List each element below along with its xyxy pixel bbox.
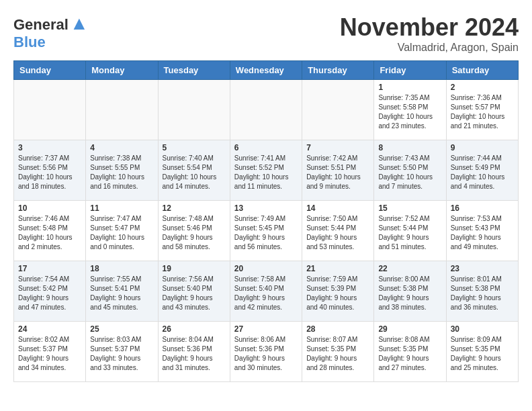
calendar-day-cell: 9Sunrise: 7:44 AM Sunset: 5:49 PM Daylig… [446,140,518,201]
calendar-day-cell: 3Sunrise: 7:37 AM Sunset: 5:56 PM Daylig… [14,140,86,201]
day-number: 25 [90,324,153,334]
day-number: 27 [234,324,298,334]
calendar-day-cell [158,80,230,140]
weekday-header: Monday [86,61,158,80]
day-info: Sunrise: 7:56 AM Sunset: 5:40 PM Dayligh… [163,275,226,312]
day-number: 10 [18,203,81,213]
calendar-day-cell: 12Sunrise: 7:48 AM Sunset: 5:46 PM Dayli… [158,201,230,261]
day-info: Sunrise: 7:46 AM Sunset: 5:48 PM Dayligh… [18,214,81,252]
day-number: 8 [378,143,441,152]
day-number: 14 [306,203,369,213]
day-info: Sunrise: 8:01 AM Sunset: 5:38 PM Dayligh… [451,275,514,312]
day-info: Sunrise: 8:03 AM Sunset: 5:37 PM Dayligh… [90,335,153,373]
day-number: 7 [306,143,369,152]
day-number: 17 [18,264,81,273]
day-info: Sunrise: 7:59 AM Sunset: 5:39 PM Dayligh… [306,275,369,312]
day-number: 2 [451,83,514,92]
calendar-day-cell [302,80,374,140]
calendar-day-cell: 15Sunrise: 7:52 AM Sunset: 5:44 PM Dayli… [374,201,446,261]
calendar-day-cell: 7Sunrise: 7:42 AM Sunset: 5:51 PM Daylig… [302,140,374,201]
calendar-day-cell: 4Sunrise: 7:38 AM Sunset: 5:55 PM Daylig… [86,140,158,201]
day-number: 19 [163,264,226,273]
day-info: Sunrise: 8:00 AM Sunset: 5:38 PM Dayligh… [378,275,441,312]
day-number: 23 [451,264,514,273]
logo-blue: Blue [13,34,89,50]
calendar-week-row: 1Sunrise: 7:35 AM Sunset: 5:58 PM Daylig… [14,80,519,140]
day-number: 3 [18,143,81,152]
calendar-day-cell: 21Sunrise: 7:59 AM Sunset: 5:39 PM Dayli… [302,261,374,322]
day-info: Sunrise: 7:42 AM Sunset: 5:51 PM Dayligh… [306,154,369,191]
day-info: Sunrise: 7:52 AM Sunset: 5:44 PM Dayligh… [378,214,441,252]
day-number: 29 [378,324,441,334]
day-info: Sunrise: 7:58 AM Sunset: 5:40 PM Dayligh… [234,275,298,312]
day-number: 30 [451,324,514,334]
day-info: Sunrise: 7:41 AM Sunset: 5:52 PM Dayligh… [234,154,298,191]
calendar-day-cell: 29Sunrise: 8:08 AM Sunset: 5:35 PM Dayli… [374,322,446,382]
calendar-day-cell: 1Sunrise: 7:35 AM Sunset: 5:58 PM Daylig… [374,80,446,140]
calendar-day-cell: 18Sunrise: 7:55 AM Sunset: 5:41 PM Dayli… [86,261,158,322]
day-number: 1 [378,83,441,92]
calendar-week-row: 24Sunrise: 8:02 AM Sunset: 5:37 PM Dayli… [14,322,519,382]
calendar-day-cell: 17Sunrise: 7:54 AM Sunset: 5:42 PM Dayli… [14,261,86,322]
calendar-week-row: 17Sunrise: 7:54 AM Sunset: 5:42 PM Dayli… [14,261,519,322]
calendar-day-cell [230,80,302,140]
calendar-day-cell: 26Sunrise: 8:04 AM Sunset: 5:36 PM Dayli… [158,322,230,382]
calendar-day-cell: 5Sunrise: 7:40 AM Sunset: 5:54 PM Daylig… [158,140,230,201]
calendar-day-cell: 13Sunrise: 7:49 AM Sunset: 5:45 PM Dayli… [230,201,302,261]
day-info: Sunrise: 7:38 AM Sunset: 5:55 PM Dayligh… [90,154,153,191]
calendar-week-row: 3Sunrise: 7:37 AM Sunset: 5:56 PM Daylig… [14,140,519,201]
calendar-day-cell: 30Sunrise: 8:09 AM Sunset: 5:35 PM Dayli… [446,322,518,382]
calendar-subtitle: Valmadrid, Aragon, Spain [340,42,519,54]
day-info: Sunrise: 7:40 AM Sunset: 5:54 PM Dayligh… [163,154,226,191]
day-number: 21 [306,264,369,273]
calendar-day-cell: 28Sunrise: 8:07 AM Sunset: 5:35 PM Dayli… [302,322,374,382]
calendar-day-cell: 8Sunrise: 7:43 AM Sunset: 5:50 PM Daylig… [374,140,446,201]
day-info: Sunrise: 7:53 AM Sunset: 5:43 PM Dayligh… [451,214,514,252]
day-info: Sunrise: 7:44 AM Sunset: 5:49 PM Dayligh… [451,154,514,191]
calendar-day-cell: 2Sunrise: 7:36 AM Sunset: 5:57 PM Daylig… [446,80,518,140]
page-header: General▲ Blue November 2024 Valmadrid, A… [13,13,519,54]
calendar-day-cell: 10Sunrise: 7:46 AM Sunset: 5:48 PM Dayli… [14,201,86,261]
day-number: 11 [90,203,153,213]
day-number: 26 [163,324,226,334]
weekday-header: Wednesday [230,61,302,80]
day-info: Sunrise: 8:04 AM Sunset: 5:36 PM Dayligh… [163,335,226,373]
day-info: Sunrise: 8:08 AM Sunset: 5:35 PM Dayligh… [378,335,441,373]
logo-general: General [13,16,69,33]
day-info: Sunrise: 8:06 AM Sunset: 5:36 PM Dayligh… [234,335,298,373]
day-info: Sunrise: 7:55 AM Sunset: 5:41 PM Dayligh… [90,275,153,312]
weekday-header: Sunday [14,61,86,80]
calendar-header-row: SundayMondayTuesdayWednesdayThursdayFrid… [14,61,519,80]
day-number: 15 [378,203,441,213]
day-number: 6 [234,143,298,152]
calendar-day-cell: 20Sunrise: 7:58 AM Sunset: 5:40 PM Dayli… [230,261,302,322]
day-info: Sunrise: 7:43 AM Sunset: 5:50 PM Dayligh… [378,154,441,191]
calendar-day-cell: 24Sunrise: 8:02 AM Sunset: 5:37 PM Dayli… [14,322,86,382]
day-info: Sunrise: 7:35 AM Sunset: 5:58 PM Dayligh… [378,93,441,131]
day-info: Sunrise: 7:37 AM Sunset: 5:56 PM Dayligh… [18,154,81,191]
day-info: Sunrise: 7:47 AM Sunset: 5:47 PM Dayligh… [90,214,153,252]
calendar-day-cell: 27Sunrise: 8:06 AM Sunset: 5:36 PM Dayli… [230,322,302,382]
day-info: Sunrise: 8:07 AM Sunset: 5:35 PM Dayligh… [306,335,369,373]
calendar-week-row: 10Sunrise: 7:46 AM Sunset: 5:48 PM Dayli… [14,201,519,261]
logo: General▲ Blue [13,13,89,50]
title-section: November 2024 Valmadrid, Aragon, Spain [340,13,519,54]
calendar-day-cell: 25Sunrise: 8:03 AM Sunset: 5:37 PM Dayli… [86,322,158,382]
weekday-header: Thursday [302,61,374,80]
day-number: 22 [378,264,441,273]
calendar-day-cell: 22Sunrise: 8:00 AM Sunset: 5:38 PM Dayli… [374,261,446,322]
day-number: 28 [306,324,369,334]
day-number: 4 [90,143,153,152]
weekday-header: Saturday [446,61,518,80]
calendar-table: SundayMondayTuesdayWednesdayThursdayFrid… [13,60,519,382]
calendar-day-cell: 14Sunrise: 7:50 AM Sunset: 5:44 PM Dayli… [302,201,374,261]
day-number: 9 [451,143,514,152]
weekday-header: Tuesday [158,61,230,80]
calendar-day-cell: 11Sunrise: 7:47 AM Sunset: 5:47 PM Dayli… [86,201,158,261]
calendar-day-cell [14,80,86,140]
calendar-day-cell: 23Sunrise: 8:01 AM Sunset: 5:38 PM Dayli… [446,261,518,322]
logo-icon: ▲ [70,13,89,34]
day-info: Sunrise: 7:50 AM Sunset: 5:44 PM Dayligh… [306,214,369,252]
calendar-day-cell: 19Sunrise: 7:56 AM Sunset: 5:40 PM Dayli… [158,261,230,322]
day-number: 13 [234,203,298,213]
